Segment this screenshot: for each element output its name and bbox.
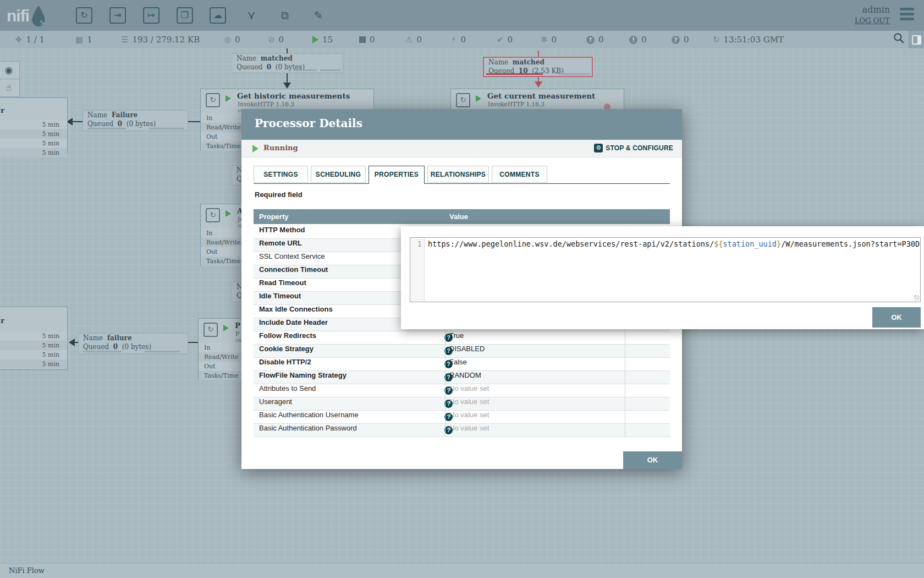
property-name: Basic Authentication Password: [259, 424, 357, 432]
connection-queued-row: Queued 0 (0 bytes): [79, 342, 188, 351]
navigate-palette-button[interactable]: ◉: [0, 61, 20, 79]
processor-icon: ↻: [204, 323, 218, 337]
dialog-status-strip: Running ⚙ STOP & CONFIGURE: [241, 140, 682, 157]
property-name: Cookie Strategy: [259, 345, 314, 353]
invokehttp-icon: ↻: [206, 93, 220, 107]
queue-percent-bar: [87, 128, 126, 129]
running-icon: [226, 95, 231, 102]
refresh-icon[interactable]: ↻: [713, 35, 720, 45]
processor-name-fragment: r: [1, 106, 4, 114]
status-cluster-nodes: ▦ 1: [75, 31, 92, 48]
exclamation-circle-icon: !: [629, 36, 637, 44]
table-row[interactable]: Disable HTTP/2 ? False: [254, 358, 670, 371]
connection-queued-row: Queued 0 (0 bytes): [83, 119, 188, 128]
connection-name-row: Name Failure: [83, 111, 188, 119]
transmitting-icon: ◎: [224, 35, 231, 45]
property-name: Basic Authentication Username: [259, 411, 359, 419]
tab-settings[interactable]: SETTINGS: [254, 166, 308, 183]
drag-template-button[interactable]: ⧉: [277, 7, 293, 24]
property-name: Remote URL: [259, 239, 302, 247]
connection-queued-fragment: Qu: [232, 175, 241, 183]
status-stale: ↑ 0: [586, 31, 604, 48]
global-menu-button[interactable]: [900, 8, 914, 23]
search-button[interactable]: [893, 32, 905, 44]
processor-stats: 5 min 5 min 5 min 5 min: [0, 331, 67, 369]
output-port-icon: ↦: [147, 10, 155, 20]
processor-partial-upper-left[interactable]: r 5 min 5 min 5 min 5 min: [0, 97, 68, 154]
property-value: RANDOM: [449, 371, 481, 379]
connection-label-matched-highlighted[interactable]: Name matched Queued 10 (2.53 KB): [483, 57, 593, 77]
processor-type: InvokeHTTP 1.16.3: [488, 101, 544, 107]
question-circle-icon: ?: [672, 36, 680, 44]
property-name: HTTP Method: [259, 226, 305, 234]
tab-comments[interactable]: COMMENTS: [492, 166, 547, 183]
operate-palette-button[interactable]: ☝: [0, 79, 20, 97]
table-row[interactable]: Attributes to Send ? No value set: [254, 384, 670, 397]
connection-arrow-icon: [535, 81, 542, 88]
drag-label-button[interactable]: ✎: [310, 7, 327, 24]
property-name: Attributes to Send: [259, 384, 316, 392]
el-open-brace: ${: [714, 239, 723, 248]
nifi-application: ◉ ☝ r 5 min 5 min 5 min 5 min r: [0, 0, 924, 578]
tab-scheduling[interactable]: SCHEDULING: [311, 166, 366, 183]
processor-partial-lower-left[interactable]: r 5 min 5 min 5 min 5 min: [0, 307, 68, 370]
status-sync-failure: ? 0: [672, 31, 689, 48]
drag-processor-button[interactable]: ↻: [76, 7, 92, 24]
processor-type-fragment: P: [235, 330, 239, 337]
processor-stats: 5 min 5 min 5 min 5 min: [0, 120, 67, 157]
table-row[interactable]: Cookie Strategy ? DISABLED: [254, 345, 670, 358]
status-up-to-date: ✔ 0: [497, 31, 513, 48]
line-number: 1: [417, 239, 422, 248]
connection-label-failure[interactable]: Name Failure Queued 0 (0 bytes): [82, 110, 188, 131]
hamburger-icon: [900, 8, 914, 10]
queue-percent-bar: [145, 351, 180, 352]
tab-properties[interactable]: PROPERTIES: [369, 166, 425, 184]
property-value-editor-popup: 1 https://www.pegelonline.wsv.de/webserv…: [401, 226, 924, 329]
connection-name-fragment: Na: [232, 166, 241, 175]
connection-label-failure-lower[interactable]: Name failure Queued 0 (0 bytes): [78, 333, 188, 354]
editor-ok-button[interactable]: OK: [872, 307, 921, 328]
nifi-logo: nifi: [7, 4, 48, 28]
table-row[interactable]: FlowFile Naming Strategy ? RANDOM: [254, 371, 670, 384]
status-not-transmitting: ⊘ 0: [268, 31, 284, 48]
drag-input-port-button[interactable]: ⇥: [109, 7, 126, 24]
table-row[interactable]: Basic Authentication Username ? No value…: [254, 411, 670, 424]
logout-link[interactable]: LOG OUT: [855, 17, 890, 25]
property-name: Read Timeout: [259, 279, 306, 287]
funnel-icon: ⋎: [247, 8, 256, 22]
queue-percent-bar: [83, 351, 122, 352]
connection-label-clipped-upper[interactable]: Na Qu: [232, 165, 241, 186]
connection-label-matched[interactable]: Name matched Queued 0 (0 bytes): [232, 53, 343, 73]
table-row[interactable]: Useragent ? No value set: [254, 397, 670, 411]
code-editor[interactable]: 1 https://www.pegelonline.wsv.de/webserv…: [410, 237, 921, 302]
code-line[interactable]: https://www.pegelonline.wsv.de/webservic…: [425, 238, 920, 302]
table-row[interactable]: Basic Authentication Password ? No value…: [254, 424, 670, 437]
input-port-icon: ⇥: [114, 10, 121, 20]
dialog-ok-button[interactable]: OK: [623, 451, 682, 469]
breadcrumb[interactable]: NiFi Flow: [9, 566, 45, 575]
property-value-empty: No value set: [449, 384, 489, 392]
status-active-threads: ❖ 1 / 1: [15, 31, 45, 48]
line-number-gutter: 1: [410, 238, 425, 302]
drag-funnel-button[interactable]: ⋎: [243, 7, 260, 24]
resize-handle[interactable]: [914, 295, 920, 301]
stat-value: 5 min: [0, 350, 67, 359]
el-close-brace: }: [777, 239, 781, 248]
stat-value: 5 min: [0, 359, 67, 369]
hand-icon: ☝: [6, 82, 12, 93]
drag-output-port-button[interactable]: ↦: [143, 7, 160, 24]
drag-remote-process-group-button[interactable]: ☁: [210, 7, 226, 24]
processor-type: InvokeHTTP 1.16.3: [238, 101, 294, 107]
processor-title: Get historic measurements: [237, 91, 350, 100]
property-name: Useragent: [259, 397, 292, 406]
stop-and-configure-button[interactable]: ⚙ STOP & CONFIGURE: [594, 144, 673, 152]
connection-label-clipped-lower[interactable]: Na Qu: [232, 282, 241, 302]
tab-relationships[interactable]: RELATIONSHIPS: [427, 166, 489, 183]
settings-panel-button[interactable]: [909, 31, 924, 48]
table-row[interactable]: Follow Redirects ? True: [254, 331, 670, 345]
drag-process-group-button[interactable]: ❐: [177, 7, 193, 24]
processor-bundle-fragment: on: [235, 337, 241, 343]
required-field-note: Required field: [255, 190, 302, 199]
property-value-empty: No value set: [449, 397, 489, 406]
nifi-drop-icon: [29, 4, 48, 28]
